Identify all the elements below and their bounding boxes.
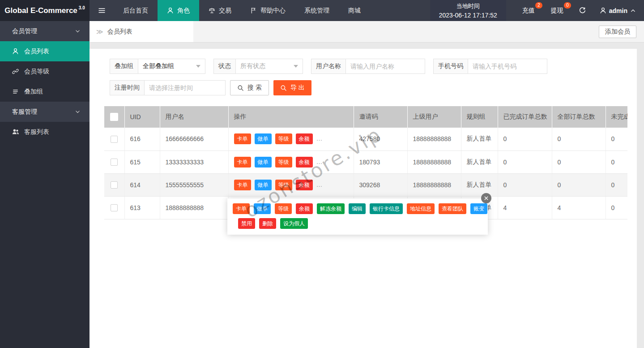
action-button[interactable]: 余额 [296, 180, 313, 190]
nav-item[interactable]: 系统管理 [295, 0, 339, 21]
table-header-row: UID用户名操作邀请码上级用户规则组已完成订单总数全部订单总数未完成订单总数 [104, 106, 627, 128]
regtime-input-wrap [145, 80, 226, 95]
nav-item-label: 角色 [177, 7, 190, 15]
nav-item[interactable]: 后台首页 [114, 0, 158, 21]
chevron-down-icon [196, 65, 200, 68]
refresh-button[interactable] [579, 7, 586, 14]
action-button[interactable]: 解冻余额 [317, 203, 345, 214]
hamburger-icon [98, 7, 106, 14]
cell-actions: 卡单做单等级余额… [228, 173, 354, 196]
cell-actions: 卡单做单等级余额… [228, 150, 354, 173]
cell-completed-orders: 0 [498, 128, 552, 150]
action-button[interactable]: 银行卡信息 [370, 203, 403, 214]
action-button[interactable]: 做单 [255, 133, 272, 144]
column-header: 全部订单总数 [552, 106, 606, 128]
sidebar-toggle-button[interactable] [90, 0, 114, 21]
action-button[interactable]: 做单 [255, 180, 272, 190]
action-button[interactable]: 余额 [296, 203, 313, 214]
action-button[interactable]: 卡单 [234, 157, 251, 168]
row-checkbox[interactable] [111, 204, 118, 211]
filter-status-label: 状态 [213, 59, 236, 74]
top-header: Global E-Commerce 3.0 后台首页角色交易帮助中心系统管理商城… [0, 0, 644, 21]
header-right: 当地时间 2023-06-12 17:17:52 充值 2 提现 0 admin [430, 0, 644, 21]
cell-total-orders: 0 [552, 173, 606, 196]
nav-item[interactable]: 交易 [199, 0, 241, 21]
chevdown-icon [75, 109, 81, 115]
column-header: 操作 [228, 106, 354, 128]
nav-item[interactable]: 商城 [339, 0, 370, 21]
cell-rule-group: 新人首单 [461, 128, 498, 150]
action-button[interactable]: 编辑 [349, 203, 366, 214]
add-member-button[interactable]: 添加会员 [599, 26, 636, 38]
action-button[interactable]: 卡单 [233, 203, 250, 214]
recharge-button[interactable]: 充值 2 [522, 7, 535, 15]
breadcrumb[interactable]: ≫ 会员列表 [90, 21, 193, 42]
sidebar-group-title[interactable]: 会员管理 [0, 21, 90, 41]
nav-item[interactable]: 角色 [158, 0, 199, 21]
action-button[interactable]: 卡单 [234, 133, 251, 144]
popup-close-button[interactable] [481, 193, 491, 203]
action-button[interactable]: 删除 [259, 218, 276, 229]
status-select[interactable]: 所有状态 [236, 59, 303, 74]
action-button[interactable]: 做单 [254, 203, 271, 214]
phone-input[interactable] [473, 63, 542, 70]
row-checkbox[interactable] [111, 136, 118, 143]
action-button[interactable]: 等级 [275, 203, 292, 214]
search-button[interactable]: 搜 索 [230, 80, 269, 95]
sidebar-item[interactable]: 会员列表 [0, 41, 90, 61]
sidebar-item[interactable]: 会员等级 [0, 61, 90, 82]
more-actions-button[interactable]: … [316, 135, 324, 142]
action-button[interactable]: 余额 [296, 157, 313, 168]
overlay-group-select[interactable]: 全部叠加组 [138, 59, 205, 74]
export-button-label: 导 出 [290, 84, 305, 92]
user-icon [12, 48, 19, 55]
action-button[interactable]: 做单 [255, 157, 272, 168]
sidebar-item-label: 会员等级 [24, 68, 49, 76]
filter-overlay-group: 叠加组 全部叠加组 [110, 59, 205, 74]
select-all-checkbox[interactable] [110, 113, 118, 121]
sidebar-item[interactable]: 客服列表 [0, 122, 90, 142]
withdraw-button[interactable]: 提现 0 [551, 7, 563, 15]
nav-item[interactable]: 帮助中心 [241, 0, 295, 21]
regtime-input[interactable] [149, 84, 221, 91]
filter-username: 用户名称 [311, 59, 425, 74]
export-button[interactable]: 导 出 [273, 80, 311, 95]
more-actions-button[interactable]: … [316, 158, 324, 165]
filter-regtime-label: 注册时间 [110, 80, 145, 95]
action-button[interactable]: 等级 [275, 133, 292, 144]
action-button[interactable]: 等级 [275, 180, 292, 190]
action-button[interactable]: 禁用 [238, 218, 255, 229]
row-checkbox[interactable] [111, 181, 118, 189]
row-actions-popup: 卡单做单等级余额解冻余额编辑银行卡信息地址信息查看团队账变 禁用删除设为假人 [227, 198, 488, 235]
breadcrumb-label: 会员列表 [107, 28, 132, 36]
chevup-icon [630, 8, 636, 13]
sidebar-group-title[interactable]: 客服管理 [0, 102, 90, 122]
column-header: 用户名 [160, 106, 228, 128]
more-actions-button[interactable]: … [316, 181, 324, 188]
row-checkbox-cell [104, 173, 124, 196]
action-button[interactable]: 查看团队 [439, 203, 466, 214]
action-button[interactable]: 账变 [470, 203, 487, 214]
layers-icon [12, 88, 19, 95]
brand-name: Global E-Commerce [4, 6, 77, 15]
column-header: UID [124, 106, 160, 128]
user-menu[interactable]: admin [600, 7, 636, 14]
action-button[interactable]: 设为假人 [280, 218, 308, 229]
action-button[interactable]: 地址信息 [407, 203, 435, 214]
filter-phone-label: 手机号码 [433, 59, 468, 74]
row-checkbox[interactable] [111, 159, 118, 166]
action-button[interactable]: 卡单 [234, 180, 251, 190]
username-input[interactable] [350, 63, 420, 70]
cell-parent-user: 18888888888 [407, 128, 461, 150]
breadcrumb-chevrons-icon: ≫ [96, 28, 103, 36]
action-button[interactable]: 等级 [275, 157, 292, 168]
filter-overlay-group-label: 叠加组 [110, 59, 138, 74]
cell-uid: 613 [124, 196, 160, 219]
action-button[interactable]: 余额 [296, 133, 313, 144]
cell-uid: 614 [124, 173, 160, 196]
local-time-value: 2023-06-12 17:17:52 [439, 12, 497, 19]
sidebar-item[interactable]: 叠加组 [0, 82, 90, 102]
phone-input-wrap [468, 59, 547, 74]
sidebar-item-label: 会员列表 [24, 47, 49, 56]
chevron-down-icon [294, 65, 298, 68]
